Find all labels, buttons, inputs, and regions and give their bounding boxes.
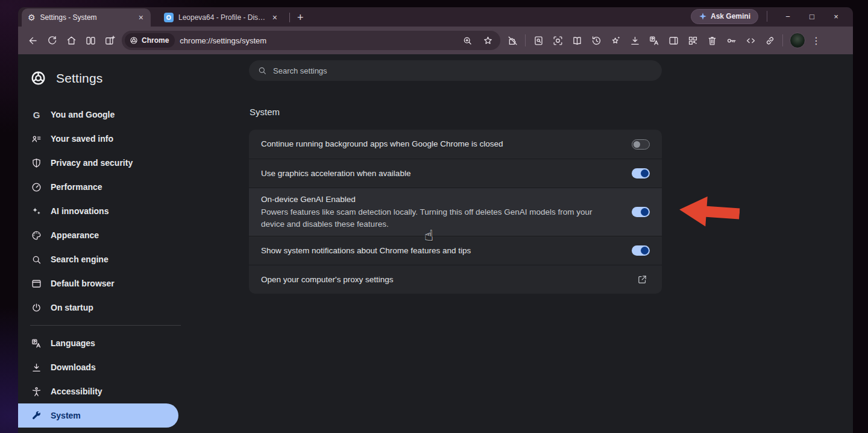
external-link-icon — [634, 272, 650, 288]
site-badge[interactable]: Chrome — [125, 33, 175, 48]
minimize-button[interactable]: − — [776, 12, 800, 21]
extensions-disabled-icon[interactable] — [503, 31, 522, 50]
side-panel-add-icon[interactable] — [100, 31, 119, 50]
search-placeholder: Search settings — [273, 66, 327, 75]
settings-title: Settings — [56, 71, 102, 86]
search-icon — [31, 254, 42, 265]
sidebar-item-appearance[interactable]: Appearance — [18, 223, 178, 247]
delete-browsing-data-icon[interactable] — [702, 31, 722, 50]
sidebar-item-search-engine[interactable]: Search engine — [18, 247, 178, 271]
system-notifications-toggle[interactable] — [632, 245, 650, 256]
sidebar-item-on-startup[interactable]: On startup — [18, 296, 178, 320]
sidebar-item-reset-settings[interactable]: Reset settings — [18, 428, 178, 433]
sparkles-icon — [31, 206, 42, 217]
sidebar-item-system[interactable]: System — [18, 403, 178, 428]
tab-title: Settings - System — [40, 13, 133, 22]
sidebar-item-your-saved-info[interactable]: Your saved info — [18, 127, 178, 151]
download-icon — [31, 362, 42, 373]
settings-gear-icon: ⚙ — [28, 13, 36, 22]
palette-icon — [31, 230, 42, 241]
screen-capture-icon[interactable] — [548, 31, 567, 50]
system-settings-card: Continue running background apps when Go… — [249, 130, 662, 294]
split-view-icon[interactable] — [81, 31, 100, 50]
site-badge-label: Chrome — [142, 36, 169, 45]
new-tab-button[interactable]: + — [294, 11, 307, 24]
setting-row-system-notifications[interactable]: Show system notifications about Chrome f… — [249, 236, 662, 265]
link-icon[interactable] — [760, 31, 779, 50]
background-apps-toggle[interactable] — [632, 139, 650, 150]
setting-row-background-apps[interactable]: Continue running background apps when Go… — [249, 130, 662, 159]
sidebar-item-privacy-and-security[interactable]: Privacy and security — [18, 151, 178, 175]
sidebar-item-you-and-google[interactable]: G You and Google — [18, 103, 178, 127]
sidebar-divider — [30, 325, 181, 326]
wrench-icon — [31, 410, 42, 422]
search-page-icon[interactable] — [529, 31, 548, 50]
back-button[interactable] — [23, 31, 42, 50]
maximize-button[interactable]: □ — [800, 12, 824, 21]
tab-title: Leopeva64 - Profile - Disqus — [178, 13, 266, 22]
desktop-background: ⚙ Settings - System × Leopeva64 - Profil… — [0, 0, 868, 433]
contact-card-icon — [31, 133, 42, 145]
setting-row-on-device-genai[interactable]: On-device GenAI Enabled Powers features … — [249, 188, 662, 236]
sidebar-item-downloads[interactable]: Downloads — [18, 355, 178, 379]
reload-button[interactable] — [42, 31, 61, 50]
speedometer-icon — [31, 182, 42, 193]
address-bar[interactable]: Chrome chrome://settings/system — [122, 31, 500, 50]
tab-disqus-profile[interactable]: Leopeva64 - Profile - Disqus × — [158, 8, 285, 27]
url-text[interactable]: chrome://settings/system — [180, 36, 454, 45]
qr-code-icon[interactable] — [683, 31, 702, 50]
bookmarks-sparkle-icon[interactable] — [606, 31, 625, 50]
sidebar-item-accessibility[interactable]: Accessibility — [18, 379, 178, 403]
close-tab-icon[interactable]: × — [271, 13, 278, 22]
on-device-genai-toggle[interactable] — [632, 207, 650, 217]
gemini-sparkle-icon — [699, 12, 707, 21]
home-button[interactable] — [61, 31, 81, 50]
graphics-acceleration-toggle[interactable] — [632, 168, 650, 179]
google-g-icon: G — [31, 110, 42, 120]
sidebar-item-performance[interactable]: Performance — [18, 175, 178, 199]
tab-strip: ⚙ Settings - System × Leopeva64 - Profil… — [18, 7, 853, 27]
settings-page: Settings G You and Google Your saved inf… — [18, 54, 853, 433]
passwords-key-icon[interactable] — [722, 31, 741, 50]
profile-avatar[interactable] — [790, 33, 805, 48]
window-separator — [767, 11, 767, 22]
downloads-icon[interactable] — [625, 31, 644, 50]
settings-sidebar: Settings G You and Google Your saved inf… — [18, 54, 247, 433]
chrome-logo-icon — [130, 36, 138, 45]
bookmark-star-icon[interactable] — [480, 33, 495, 48]
accessibility-person-icon — [31, 386, 42, 397]
history-icon[interactable] — [587, 31, 606, 50]
setting-row-proxy-settings[interactable]: Open your computer's proxy settings — [249, 265, 662, 294]
sidebar-item-languages[interactable]: Languages — [18, 331, 178, 355]
setting-description: Powers features like scam detection loca… — [261, 206, 617, 230]
toolbar-separator — [525, 34, 526, 46]
side-panel-icon[interactable] — [664, 31, 683, 50]
shield-icon — [31, 157, 42, 169]
kebab-menu-icon[interactable]: ⋮ — [809, 35, 823, 46]
tab-separator — [289, 13, 290, 22]
browser-toolbar: Chrome chrome://settings/system — [18, 27, 853, 54]
sidebar-item-default-browser[interactable]: Default browser — [18, 271, 178, 296]
reading-list-icon[interactable] — [567, 31, 587, 50]
developer-code-icon[interactable] — [741, 31, 760, 50]
close-tab-icon[interactable]: × — [137, 13, 145, 22]
browser-window-icon — [31, 278, 42, 289]
toolbar-separator — [782, 34, 783, 46]
hand-cursor: ☝ — [424, 227, 433, 244]
sidebar-item-ai-innovations[interactable]: AI innovations — [18, 199, 178, 223]
disqus-favicon — [164, 13, 174, 22]
translate-icon[interactable] — [644, 31, 664, 50]
close-window-button[interactable]: × — [824, 12, 848, 21]
search-icon — [257, 66, 267, 75]
red-annotation-arrow — [678, 192, 741, 232]
tab-settings-system[interactable]: ⚙ Settings - System × — [22, 8, 151, 27]
chrome-logo-icon — [30, 70, 46, 86]
power-icon — [31, 302, 42, 314]
search-settings-input[interactable]: Search settings — [249, 60, 662, 81]
languages-icon — [31, 338, 42, 349]
section-title: System — [250, 107, 662, 117]
ask-gemini-button[interactable]: Ask Gemini — [691, 9, 758, 24]
zoom-icon[interactable] — [459, 33, 475, 48]
ask-gemini-label: Ask Gemini — [711, 12, 750, 21]
setting-row-graphics-acceleration[interactable]: Use graphics acceleration when available — [249, 159, 662, 188]
